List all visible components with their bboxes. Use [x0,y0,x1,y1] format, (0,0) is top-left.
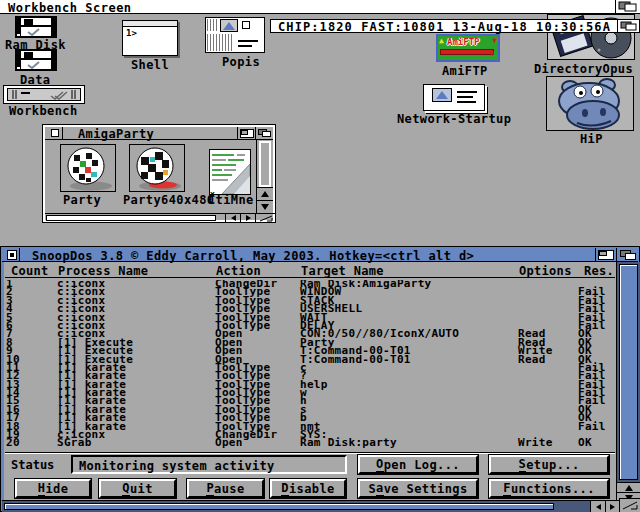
functions-button[interactable]: Functions... [489,479,609,498]
icon-label-workbench[interactable]: Workbench [9,105,78,117]
shell-window-titlebar-icon [123,21,177,27]
resize-gadget[interactable] [255,213,275,222]
scroll-left-button[interactable] [590,500,605,512]
vertical-scrollbar[interactable] [616,262,640,482]
icon-party[interactable] [60,144,116,192]
amigaparty-window: AmigaParty [42,124,276,223]
cell-target: w [300,389,518,397]
vertical-scroll-thumb[interactable] [619,264,638,480]
cell-options: Write [518,439,578,447]
cell-target: h [300,397,518,405]
down-arrow-icon: ▼ [492,37,497,45]
icon-label-ctimne[interactable]: ČtiMne [208,194,254,206]
scroll-right-button[interactable] [240,213,255,222]
cell-options [518,406,578,414]
square-gadget-icon [242,21,250,29]
scroll-left-button[interactable] [225,213,240,222]
icon-party640x480[interactable] [129,144,185,192]
cell-target: nmt [300,423,518,431]
clockbar-depth-gadget[interactable] [617,20,639,32]
left-arrow-icon [231,215,236,221]
resize-icon [622,501,638,510]
cell-options [518,397,578,405]
depth-icon [620,21,638,31]
scroll-down-button[interactable] [257,200,273,213]
cell-target: help [300,381,518,389]
open-log-button[interactable]: Open Log... [358,455,478,474]
icon-label-network-startup[interactable]: Network-Startup [397,113,511,125]
cell-target: s [300,406,518,414]
vertical-scrollbar[interactable] [256,140,273,213]
scroll-up-button[interactable] [257,187,273,200]
cell-options: Read [518,356,578,364]
pause-button[interactable]: Pause [187,479,264,498]
progress-bar-icon [440,49,494,55]
up-arrow-icon [625,485,633,491]
header-divider [5,277,615,278]
cell-process: SGrab [57,439,215,447]
scribble-icon: 〃 [488,51,496,59]
icon-network-startup[interactable] [423,84,485,111]
quit-button[interactable]: Quit [99,479,176,498]
cell-options [518,364,578,372]
up-arrow-icon: ▲ [439,37,444,45]
cell-action: Open [215,439,300,447]
close-gadget[interactable] [4,248,20,261]
col-header-action: Action [216,264,261,278]
cell-target: c [300,364,518,372]
amigaparty-titlebar[interactable]: AmigaParty [45,127,273,140]
horizontal-scroll-thumb[interactable] [4,503,554,510]
icon-label-amiftp[interactable]: AmiFTP [442,65,488,77]
zoom-icon [598,250,614,260]
cell-options [518,423,578,431]
icon-amiftp[interactable]: AmiFTP ▲ ▼ 〃 [436,34,500,62]
clockbar-window[interactable]: CHIP:1820 FAST:10801 13-Aug-18 10:30:56A [270,19,640,33]
screen-titlebar[interactable]: Workbench Screen [0,0,640,14]
icon-label-hip[interactable]: HiP [580,133,603,145]
icon-shell[interactable]: 1> [122,20,178,56]
zoom-gadget[interactable] [237,127,255,139]
horizontal-scrollbar[interactable] [2,500,590,512]
text-line-icon [238,40,258,42]
icon-label-directory-opus[interactable]: DirectoryOpus [534,63,633,75]
cell-options [518,305,578,313]
resize-gadget[interactable] [619,498,640,512]
icon-data[interactable] [15,49,57,75]
resize-icon [259,215,273,222]
scroll-up-button[interactable] [616,482,640,492]
status-label: Status [11,458,54,472]
scroll-right-button[interactable] [605,500,619,512]
screen-depth-gadget[interactable] [615,0,640,13]
icon-label-party[interactable]: Party [63,194,101,206]
text-line-icon [457,101,476,103]
horizontal-scrollbar[interactable] [45,213,225,222]
disable-button[interactable]: Disable [270,479,346,498]
depth-gadget[interactable] [255,127,273,139]
zoom-gadget[interactable] [595,248,616,261]
close-gadget[interactable] [47,127,63,139]
icon-label-popis[interactable]: Popis [222,56,260,68]
save-settings-button[interactable]: Save Settings [358,479,478,498]
vertical-scroll-thumb[interactable] [259,141,271,187]
horizontal-scroll-thumb[interactable] [46,215,216,221]
cell-target: USERSHELL [300,305,518,313]
icon-label-shell[interactable]: Shell [131,59,169,71]
up-arrow-icon [432,88,452,102]
icon-popis[interactable] [205,17,265,53]
icon-ctimne[interactable] [209,149,251,195]
workbench-screen: Workbench Screen Ram Disk D [0,0,640,512]
depth-icon [620,250,636,260]
snoopdos-titlebar[interactable]: SnoopDos 3.8 © Eddy Carroll, May 2003. H… [2,248,638,262]
setup-button[interactable]: Setup... [489,455,609,474]
cell-options [518,381,578,389]
icon-hip[interactable] [546,76,634,131]
left-arrow-icon [596,504,601,510]
icon-label-party640x480[interactable]: Party640x480 [123,194,215,206]
disco-ball-icon [61,145,115,191]
disco-ball-icon [130,145,184,191]
disk-drive-icon [3,85,85,104]
window-title: AmigaParty [78,127,154,141]
cell-target: Ram Disk:party [300,439,518,447]
hide-button[interactable]: Hide [15,479,91,498]
depth-gadget[interactable] [616,248,638,261]
